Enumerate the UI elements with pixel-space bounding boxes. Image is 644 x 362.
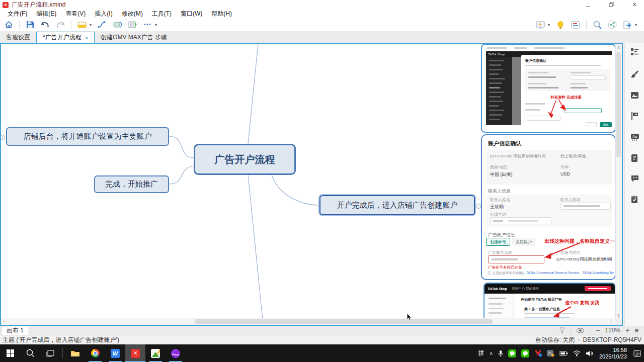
outline-structure-button[interactable] xyxy=(630,48,639,56)
hidden-icons-chevron[interactable]: ∧ xyxy=(490,350,493,356)
sheet-dropdown-caret[interactable]: ▾ xyxy=(90,23,95,27)
image-editor-button[interactable] xyxy=(145,344,166,362)
task-clipboard-icon xyxy=(630,195,638,204)
attached-image-account-info-form[interactable]: 账户信息确认 (UTC-09:00) 阿拉斯加标准时间 线上电商/其他 国家/地… xyxy=(481,134,616,280)
save-button[interactable] xyxy=(24,19,36,30)
menu-insert[interactable]: 插入(I) xyxy=(90,10,117,18)
export-caret[interactable]: ▾ xyxy=(635,23,640,27)
format-brush-button[interactable] xyxy=(630,70,639,78)
sheet-button[interactable] xyxy=(76,19,88,30)
xmind-taskbar-button[interactable]: ✕ xyxy=(125,344,145,362)
image-icon xyxy=(630,91,639,100)
file-explorer-button[interactable] xyxy=(65,344,85,362)
chrome-button[interactable] xyxy=(85,344,105,362)
mindmap-canvas[interactable]: 店铺后台，将开通账户设置为主要账户 + 完成，开始推广 广告开户流程 开户完成后… xyxy=(1,44,622,325)
menu-view[interactable]: 查看(V) xyxy=(61,10,90,18)
gray-app-tray-icon[interactable] xyxy=(547,349,554,357)
tab-label: 客服设置 xyxy=(6,33,30,42)
red-v-tray-icon[interactable] xyxy=(534,349,542,357)
comments-button[interactable] xyxy=(630,174,639,183)
ime-indicator[interactable]: 拼 xyxy=(478,349,485,357)
tab-gmv-max[interactable]: 创建GMV MAX广告 步骤 xyxy=(95,32,173,43)
note-card-button[interactable] xyxy=(570,19,582,30)
sheet-tab-canvas1[interactable]: 画布 1 xyxy=(1,326,29,335)
share-icon xyxy=(608,20,617,29)
presentation-button[interactable] xyxy=(534,19,546,30)
undo-button[interactable] xyxy=(39,19,51,30)
zoom-fit-button[interactable]: ≡ xyxy=(634,327,638,334)
scroll-up-arrow[interactable]: ∧ xyxy=(615,45,622,50)
scroll-left-arrow[interactable]: ‹ xyxy=(1,319,8,324)
preview-eye-button[interactable] xyxy=(577,328,584,333)
zoom-level[interactable]: 120% xyxy=(605,327,621,334)
wifi-tray-icon[interactable] xyxy=(573,350,581,356)
label-aa-icon: Aa xyxy=(630,133,639,141)
zoom-in-button[interactable]: + xyxy=(625,326,629,334)
relationship-button[interactable] xyxy=(96,19,108,30)
home-button[interactable] xyxy=(3,19,15,30)
topic-shop-backend[interactable]: 店铺后台，将开通账户设置为主要账户 + xyxy=(6,127,169,146)
battery-tray-icon[interactable] xyxy=(559,351,568,356)
paintbrush-icon xyxy=(630,70,639,78)
idea-button[interactable] xyxy=(554,19,567,30)
foun-app-button[interactable]: ⌒Foun xyxy=(166,344,186,362)
attached-image-account-confirm-modal[interactable]: TikTok Shop 账户信息确认 补充资料 完成 xyxy=(481,44,616,133)
export-button[interactable] xyxy=(621,19,633,30)
relationship-icon xyxy=(97,21,107,29)
vertical-scroll-thumb[interactable] xyxy=(616,52,621,157)
taskbar-clock[interactable]: 16:58 2025/10/23 xyxy=(599,347,627,360)
menu-file[interactable]: 文件(F) xyxy=(3,10,32,18)
menu-help[interactable]: 帮助(H) xyxy=(207,10,236,18)
more-tools-button[interactable]: ⋯ xyxy=(141,19,153,30)
presentation-caret[interactable]: ▾ xyxy=(548,23,553,27)
insert-image-button[interactable] xyxy=(630,91,639,100)
label-button[interactable]: Aa xyxy=(630,133,639,141)
scroll-down-arrow[interactable]: ∨ xyxy=(615,313,622,318)
search-button[interactable] xyxy=(591,19,603,30)
task-button[interactable] xyxy=(630,195,639,204)
action-center-button[interactable] xyxy=(633,350,641,357)
task-view-button[interactable] xyxy=(40,344,60,362)
summary-button[interactable] xyxy=(111,19,123,30)
start-button[interactable] xyxy=(0,344,20,362)
filter-button[interactable] xyxy=(559,327,565,333)
marker-flag-button[interactable] xyxy=(630,112,639,120)
taskbar-search-button[interactable] xyxy=(20,344,40,362)
app-w-button[interactable]: W xyxy=(105,344,125,362)
toolbar-overflow-caret[interactable]: ▾ xyxy=(155,23,160,27)
menu-edit[interactable]: 编辑(E) xyxy=(32,10,61,18)
menu-modify[interactable]: 修改(M) xyxy=(117,10,147,18)
export-icon xyxy=(623,21,632,29)
flag-icon xyxy=(630,112,639,120)
close-button[interactable]: ✕ xyxy=(626,0,643,10)
collapse-handle[interactable] xyxy=(476,204,481,209)
menu-tools[interactable]: 工具(T) xyxy=(147,10,176,18)
notes-button[interactable] xyxy=(630,154,639,162)
system-tray: 拼 ∧ 16:58 2025/10/23 xyxy=(476,344,644,362)
zoom-out-button[interactable]: − xyxy=(596,326,600,334)
restore-button[interactable] xyxy=(603,0,620,10)
central-topic[interactable]: 广告开户流程 xyxy=(194,144,296,175)
volume-tray-icon[interactable] xyxy=(586,350,593,356)
tab-guanggao-kaihu-active[interactable]: *广告开户流程 × xyxy=(36,32,95,43)
app-w-icon: W xyxy=(111,349,120,358)
wechat2-tray-icon[interactable] xyxy=(521,349,529,357)
title-bar: ✕ 广告开户流程.xmind ✕ xyxy=(0,0,644,10)
menu-window[interactable]: 窗口(W) xyxy=(176,10,207,18)
horizontal-scroll-thumb[interactable] xyxy=(195,319,493,324)
wechat-tray-icon[interactable] xyxy=(508,349,516,357)
scroll-right-arrow[interactable]: › xyxy=(608,319,614,324)
home-icon xyxy=(5,21,13,29)
redo-button[interactable] xyxy=(54,19,66,30)
tab-close-icon[interactable]: × xyxy=(85,35,88,41)
topic-finish-promote[interactable]: 完成，开始推广 xyxy=(94,175,169,193)
topic-open-account-done[interactable]: 开户完成后，进入店铺广告创建账户 xyxy=(319,195,475,215)
minimize-button[interactable] xyxy=(580,0,597,10)
tab-kefu-shezhi[interactable]: 客服设置 xyxy=(0,32,36,43)
outline-brace-button[interactable] xyxy=(126,19,138,30)
microphone-tray-icon[interactable] xyxy=(498,350,503,357)
share-button[interactable] xyxy=(606,19,618,30)
vertical-scrollbar[interactable]: ∧ ∨ xyxy=(615,44,622,319)
horizontal-scrollbar[interactable]: ‹ › xyxy=(1,318,615,325)
minimize-icon xyxy=(586,3,591,8)
